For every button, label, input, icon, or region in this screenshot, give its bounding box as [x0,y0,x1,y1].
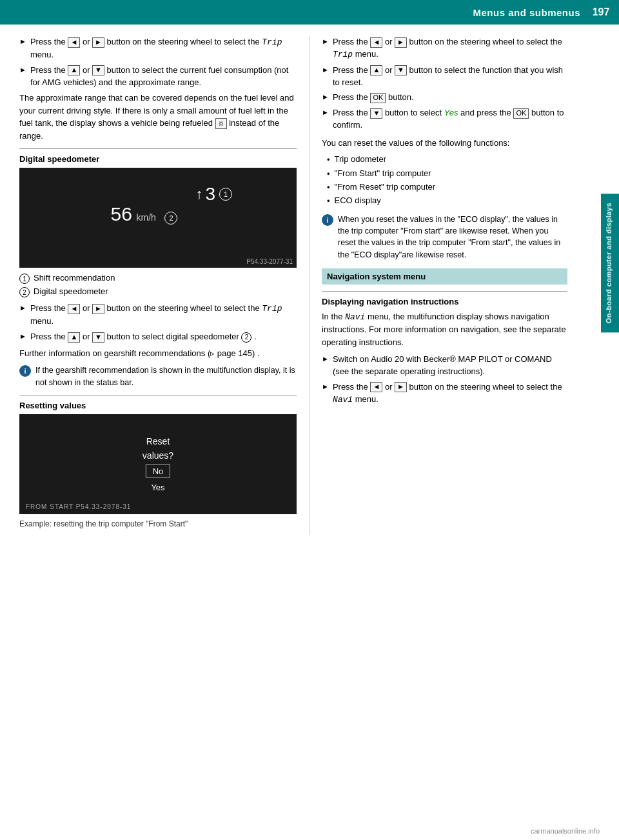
image-ref-1: P54.33-2077-31 [246,258,293,265]
dot-3-text: "From Reset" trip computer [335,182,436,192]
caption-2-text: Digital speedometer [34,286,108,296]
side-tab: On-board computer and displays [601,194,619,332]
dot-4-text: ECO display [335,195,381,205]
divider-navi [322,291,567,292]
left-key-fwd-1: ► [92,37,104,48]
right-bullet-3-text: Press the OK button. [333,92,567,104]
speed-display: 56 km/h 2 [111,203,178,225]
right-key-back-navi: ◄ [370,382,382,392]
main-layout: ► Press the ◄ or ► button on the steerin… [0,25,619,535]
left-key-down-4: ▼ [92,332,104,343]
left-bullet-1-text: Press the ◄ or ► button on the steering … [30,36,297,61]
speedometer-content: ↑ 3 1 56 km/h 2 P54.33-2077-31 [19,168,297,268]
dot-1-text: Trip odometer [335,154,386,164]
left-key-down-2: ▼ [92,65,104,75]
right-bullet-1: ► Press the ◄ or ► button on the steerin… [322,36,567,61]
dot-1: • Trip odometer [322,154,567,166]
divider-2 [19,395,297,395]
caption-1-text: Shift recommendation [34,273,115,283]
right-key-back-1: ◄ [370,37,382,48]
right-bullet-4: ► Press the ▼ button to select Yes and p… [322,107,567,132]
right-bullet-navi-1-text: Switch on Audio 20 with Becker® MAP PILO… [333,354,567,378]
page-number: 197 [583,0,619,25]
left-bullet-2-text: Press the ▲ or ▼ button to select the cu… [30,65,297,89]
inline-circle-2: 2 [241,332,251,343]
circle-2: 2 [164,212,177,225]
right-para-1: You can reset the values of the followin… [322,137,567,150]
section-navi: Displaying navigation instructions [322,291,567,306]
right-trip-menu-1: Trip [333,50,353,59]
left-trip-menu-1: Trip [262,37,282,47]
right-key-up-2: ▲ [370,65,382,75]
right-arrow-navi-2: ► [322,382,329,392]
right-arrow-4: ► [322,108,329,118]
navi-menu-label: Navi [345,312,365,322]
dot-4: • ECO display [322,195,567,207]
nav-menu-header: Navigation system menu [322,268,567,285]
dot-2-text: "From Start" trip computer [335,168,431,178]
dot-symbol-3: • [327,182,330,194]
reset-image: Reset values? No Yes FROM START P54.33-2… [19,414,297,514]
right-bullet-navi-1: ► Switch on Audio 20 with Becker® MAP PI… [322,354,567,378]
info-box-1: i If the gearshift recommendation is sho… [19,365,297,388]
left-key-up-2: ▲ [68,65,80,75]
caption-2: 2 Digital speedometer [19,286,297,297]
bullet-arrow-4: ► [19,332,26,342]
left-bullet-3: ► Press the ◄ or ► button on the steerin… [19,303,297,328]
section-reset: Resetting values [19,395,297,410]
bullet-arrow-3: ► [19,303,26,314]
reset-values-text2: values? [142,450,173,461]
divider-1 [19,148,297,149]
speedometer-image: ↑ 3 1 56 km/h 2 P54.33-2077-31 [19,168,297,268]
right-key-ok-4: OK [513,108,529,119]
speed-value: 56 [111,203,132,225]
watermark: carmanualsonline.info [531,827,600,835]
left-bullet-2: ► Press the ▲ or ▼ button to select the … [19,65,297,89]
header-bar: Menus and submenus [0,0,619,25]
left-trip-menu-3: Trip [262,304,282,314]
dot-symbol-1: • [327,154,330,166]
left-paragraph-1: The approximate range that can be covere… [19,92,297,142]
right-column: ► Press the ◄ or ► button on the steerin… [310,36,580,535]
right-arrow-navi-1: ► [322,354,329,365]
right-bullet-3: ► Press the OK button. [322,92,567,104]
right-bullet-navi-2-text: Press the ◄ or ► button on the steering … [333,381,567,406]
right-key-down-4: ▼ [370,108,382,119]
speed-unit: km/h [137,212,156,223]
dot-2: • "From Start" trip computer [322,168,567,180]
header-title: Menus and submenus [473,7,580,18]
right-info-icon: i [322,214,333,226]
right-key-fwd-1: ► [395,37,407,48]
left-column: ► Press the ◄ or ► button on the steerin… [0,36,310,535]
navi-para: In the Navi menu, the multifunction disp… [322,310,567,349]
reset-no-container: No [142,465,173,480]
num-1: 1 [19,274,30,284]
left-key-up-4: ▲ [68,332,80,343]
dot-3: • "From Reset" trip computer [322,182,567,194]
left-key-fwd-3: ► [92,304,104,314]
right-key-ok-3: OK [370,93,386,103]
reset-values-text: Reset [142,436,173,446]
section-digital-speedometer: Digital speedometer [19,148,297,164]
dot-symbol-2: • [327,168,330,180]
right-arrow-2: ► [322,65,329,75]
reset-yes-label: Yes [142,483,173,492]
from-start-label: FROM START P54.33-2078-31 [26,503,131,510]
dot-symbol-4: • [327,195,330,207]
info-icon-1: i [19,365,31,377]
right-arrow-3: ► [322,92,329,103]
right-key-down-2: ▼ [395,65,407,75]
right-bullet-2-text: Press the ▲ or ▼ button to select the fu… [333,65,567,89]
reset-content: Reset values? No Yes [142,436,173,492]
gear-area: ↑ 3 1 [195,184,232,205]
gear-number: 3 [205,184,215,205]
navi-menu-2: Navi [333,395,353,405]
bullet-arrow-1: ► [19,37,26,47]
right-arrow-1: ► [322,37,329,47]
left-key-back-3: ◄ [68,304,80,314]
header-container: Menus and submenus 197 [0,0,619,25]
shift-up-arrow: ↑ [195,186,202,203]
info-text-1: If the gearshift recommendation is shown… [35,365,297,388]
left-key-back-1: ◄ [68,37,80,48]
reset-no-label: No [146,465,171,478]
